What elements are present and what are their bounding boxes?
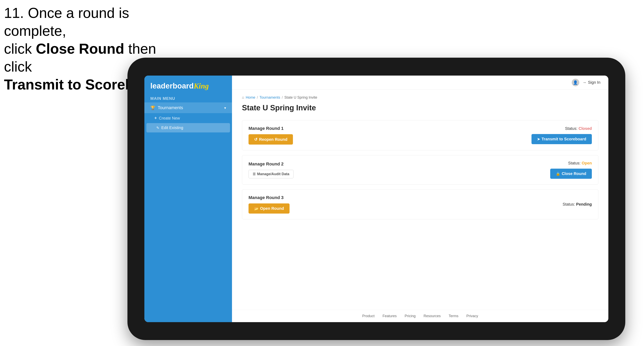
top-nav: 👤 → Sign In: [232, 76, 608, 89]
round-2-title: Manage Round 2: [248, 162, 294, 167]
breadcrumb: Home / Tournaments / State U Spring Invi…: [242, 95, 598, 100]
reopen-round-button[interactable]: Reopen Round: [248, 134, 293, 145]
audit-icon: [253, 172, 256, 176]
tablet-device: leaderboardKing MAIN MENU Tournaments Cr…: [128, 58, 625, 340]
breadcrumb-home[interactable]: Home: [246, 95, 255, 100]
home-icon: [242, 95, 244, 100]
footer-resources[interactable]: Resources: [424, 314, 441, 318]
round-2-left: Manage Round 2 Manage/Audit Data: [248, 162, 294, 178]
footer-terms[interactable]: Terms: [449, 314, 458, 318]
avatar: 👤: [572, 79, 579, 86]
round-1-status: Status: Closed: [565, 126, 592, 131]
open-round-label: Open Round: [260, 206, 284, 211]
round-2-status: Status: Open: [568, 161, 592, 166]
sign-in-button[interactable]: → Sign In: [582, 80, 600, 85]
logo-king: King: [194, 82, 209, 90]
transmit-icon: [537, 137, 540, 141]
round-3-buttons-left: Open Round: [248, 203, 290, 213]
round-1-title: Manage Round 1: [248, 126, 293, 131]
sidebar-tournaments-label: Tournaments: [158, 105, 183, 110]
main-content: 👤 → Sign In Home / Tournaments: [232, 76, 608, 322]
plus-icon: [154, 116, 157, 121]
round-1-status-value: Closed: [578, 126, 592, 131]
instruction-line1: 11. Once a round is complete,: [4, 5, 129, 39]
logo: leaderboardKing: [150, 82, 226, 90]
round-2-buttons-left: Manage/Audit Data: [248, 170, 294, 178]
round-3-title: Manage Round 3: [248, 195, 290, 200]
round-3-section: Manage Round 3 Open Round Status: Pendin…: [242, 189, 598, 219]
footer-pricing[interactable]: Pricing: [405, 314, 416, 318]
round-3-status-value: Pending: [576, 202, 592, 206]
transmit-label: Transmit to Scoreboard: [542, 137, 586, 141]
round-2-section: Manage Round 2 Manage/Audit Data Status:…: [242, 155, 598, 184]
open-round-button[interactable]: Open Round: [248, 203, 290, 213]
sidebar-item-edit-existing[interactable]: Edit Existing: [146, 123, 230, 133]
instruction-bold1: Close Round: [36, 41, 124, 57]
round-1-section: Manage Round 1 Reopen Round Status: Clos…: [242, 120, 598, 150]
edit-icon: [156, 126, 159, 130]
close-icon: [556, 172, 560, 176]
transmit-scoreboard-button[interactable]: Transmit to Scoreboard: [532, 134, 592, 144]
round-3-status: Status: Pending: [562, 202, 592, 207]
create-new-label: Create New: [159, 116, 180, 121]
breadcrumb-sep1: /: [257, 95, 258, 100]
edit-existing-label: Edit Existing: [161, 126, 183, 130]
reopen-icon: [254, 137, 258, 142]
round-1-buttons-left: Reopen Round: [248, 134, 293, 145]
breadcrumb-current: State U Spring Invite: [284, 95, 317, 100]
footer-product[interactable]: Product: [362, 314, 374, 318]
sign-in-label: Sign In: [588, 80, 600, 85]
sidebar: leaderboardKing MAIN MENU Tournaments Cr…: [144, 76, 232, 322]
round-2-right: Status: Open Close Round: [550, 161, 592, 179]
sidebar-logo: leaderboardKing: [144, 76, 232, 94]
app-layout: leaderboardKing MAIN MENU Tournaments Cr…: [144, 76, 608, 322]
footer-features[interactable]: Features: [382, 314, 397, 318]
manage-audit-button[interactable]: Manage/Audit Data: [248, 170, 294, 178]
close-round-button[interactable]: Close Round: [550, 169, 592, 179]
sidebar-item-create-new[interactable]: Create New: [144, 113, 232, 123]
manage-audit-label: Manage/Audit Data: [257, 172, 289, 176]
main-menu-label: MAIN MENU: [144, 94, 232, 102]
close-round-label: Close Round: [562, 172, 586, 176]
content-area: Home / Tournaments / State U Spring Invi…: [232, 89, 608, 310]
logo-text-leaderboard: leaderboard: [150, 82, 194, 90]
user-icon: 👤: [573, 80, 578, 85]
page-title: State U Spring Invite: [242, 104, 598, 112]
round-3-left: Manage Round 3 Open Round: [248, 195, 290, 213]
chevron-down-icon: [224, 105, 226, 110]
round-3-right: Status: Pending: [562, 202, 592, 207]
footer: Product Features Pricing Resources Terms…: [232, 310, 608, 322]
tablet-screen: leaderboardKing MAIN MENU Tournaments Cr…: [144, 76, 608, 322]
breadcrumb-sep2: /: [282, 95, 283, 100]
signout-icon: →: [582, 80, 586, 85]
round-1-left: Manage Round 1 Reopen Round: [248, 126, 293, 145]
footer-privacy[interactable]: Privacy: [466, 314, 478, 318]
trophy-icon: [150, 105, 155, 110]
open-icon: [254, 206, 258, 211]
round-2-status-value: Open: [582, 161, 592, 165]
round-1-right: Status: Closed Transmit to Scoreboard: [532, 126, 592, 144]
reopen-round-label: Reopen Round: [259, 137, 287, 142]
breadcrumb-tournaments[interactable]: Tournaments: [260, 95, 280, 100]
sidebar-item-tournaments[interactable]: Tournaments: [144, 102, 232, 113]
